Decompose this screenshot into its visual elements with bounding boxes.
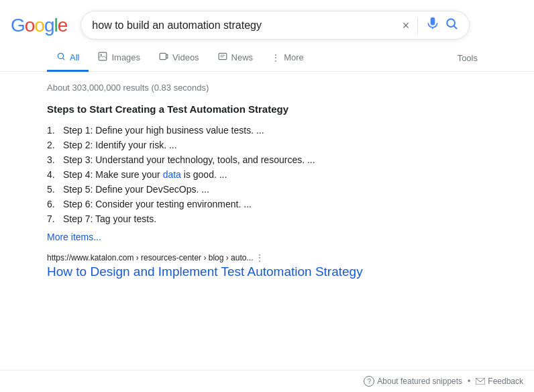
snippet-steps-list: 1. Step 1: Define your high business val… <box>47 123 487 226</box>
bottom-bar: ? About featured snippets • Feedback <box>0 370 534 392</box>
data-link[interactable]: data <box>163 169 181 180</box>
more-items-link[interactable]: More items... <box>47 232 101 242</box>
svg-line-11 <box>476 378 480 382</box>
logo-letter-g1: G <box>11 15 25 36</box>
news-icon <box>218 52 227 63</box>
svg-line-3 <box>62 58 64 59</box>
more-icon: ⋮ <box>272 53 280 62</box>
tab-more[interactable]: ⋮ More <box>262 46 313 71</box>
result-url-text: https://www.katalon.com › resources-cent… <box>47 253 253 262</box>
logo-letter-o2: o <box>34 15 44 36</box>
list-item: 4. Step 4: Make sure your data is good. … <box>47 167 487 182</box>
list-item: 1. Step 1: Define your high business val… <box>47 123 487 138</box>
videos-icon <box>159 52 168 63</box>
list-item: 6. Step 6: Consider your testing environ… <box>47 197 487 211</box>
tab-all[interactable]: All <box>47 45 89 72</box>
feedback-button[interactable]: Feedback <box>476 377 523 386</box>
images-icon <box>98 52 107 63</box>
logo-letter-o1: o <box>25 15 35 36</box>
list-item: 5. Step 5: Define your DevSecOps. ... <box>47 182 487 197</box>
feedback-icon <box>476 378 485 385</box>
tab-more-label: More <box>284 52 304 62</box>
svg-rect-6 <box>160 53 166 59</box>
tab-images-label: Images <box>111 52 140 62</box>
about-snippets-label: About featured snippets <box>377 377 462 386</box>
question-icon: ? <box>364 376 374 387</box>
google-logo: Google <box>11 15 67 36</box>
tab-videos[interactable]: Videos <box>150 45 209 72</box>
snippet-title: Steps to Start Creating a Test Automatio… <box>47 103 487 115</box>
separator: • <box>468 377 470 386</box>
list-item: 2. Step 2: Identify your risk. ... <box>47 138 487 152</box>
result-title-link[interactable]: How to Design and Implement Test Automat… <box>47 264 363 279</box>
tab-videos-label: Videos <box>172 52 199 62</box>
svg-line-1 <box>454 26 457 29</box>
voice-search-icon[interactable] <box>426 17 439 34</box>
search-divider <box>417 17 418 34</box>
list-item: 3. Step 3: Understand your technology, t… <box>47 152 487 167</box>
results-container: About 303,000,000 results (0.83 seconds)… <box>0 72 534 291</box>
search-result-item: https://www.katalon.com › resources-cent… <box>47 253 487 281</box>
svg-rect-7 <box>219 53 227 59</box>
search-input[interactable] <box>92 19 396 32</box>
logo-letter-g2: g <box>44 15 54 36</box>
list-item: 7. Step 7: Tag your tests. <box>47 211 487 226</box>
result-url: https://www.katalon.com › resources-cent… <box>47 253 487 262</box>
nav-tabs: All Images Videos News <box>0 45 534 72</box>
featured-snippet: Steps to Start Creating a Test Automatio… <box>47 103 487 242</box>
feedback-label: Feedback <box>488 377 523 386</box>
results-count: About 303,000,000 results (0.83 seconds) <box>47 77 487 103</box>
logo-letter-e: e <box>58 15 68 36</box>
tab-images[interactable]: Images <box>89 45 150 72</box>
tab-all-label: All <box>70 52 79 62</box>
search-submit-icon[interactable] <box>445 17 458 34</box>
result-more-options-icon[interactable]: ⋮ <box>256 253 264 262</box>
all-icon <box>56 52 66 63</box>
tab-news-label: News <box>231 52 254 62</box>
tools-tab[interactable]: Tools <box>448 46 487 70</box>
tab-news[interactable]: News <box>209 45 263 72</box>
header: Google × <box>0 0 534 45</box>
search-bar: × <box>81 11 470 40</box>
clear-icon[interactable]: × <box>403 19 410 32</box>
svg-line-12 <box>480 378 485 382</box>
about-featured-snippets[interactable]: ? About featured snippets <box>364 376 462 387</box>
